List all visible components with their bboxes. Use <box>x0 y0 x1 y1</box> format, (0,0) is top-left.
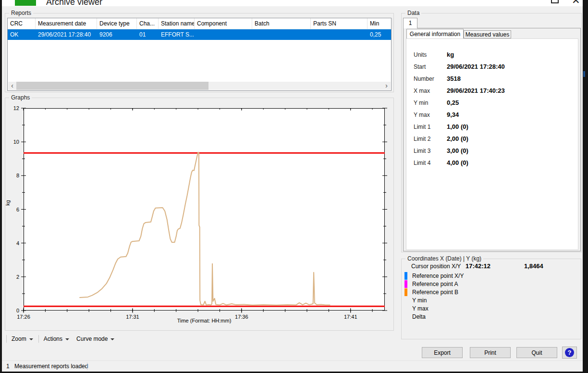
column-header[interactable]: CRC <box>8 18 36 29</box>
data-tab-page: General information Measured values Unit… <box>403 28 581 251</box>
graph-canvas[interactable]: 17:2617:3117:3617:41024681012 <box>24 108 385 311</box>
info-label: Limit 2 <box>414 136 430 142</box>
info-row: Y max9,34 <box>406 112 578 119</box>
scroll-left-icon[interactable]: ‹ <box>8 82 16 90</box>
coordinate-label: Y max <box>412 305 429 312</box>
scrollbar-thumb[interactable] <box>16 82 208 90</box>
info-label: X max <box>414 87 430 94</box>
info-value: kg <box>447 51 454 58</box>
cursor-position-y-value: 1,8464 <box>524 262 543 270</box>
info-label: Start <box>414 63 426 70</box>
coordinate-row: Reference point X/Y <box>402 272 581 280</box>
info-row: X max29/06/2021 17:40:23 <box>406 87 578 95</box>
info-row: Limit 33,00 (0) <box>406 148 578 155</box>
reports-table-header: CRCMeasurement dateDevice typeCha...Stat… <box>8 18 391 29</box>
info-row: Limit 11,00 (0) <box>406 124 578 131</box>
column-header[interactable]: Device type <box>97 18 137 29</box>
help-button[interactable]: ? <box>562 347 577 359</box>
coordinate-row: Y max <box>402 305 581 313</box>
reports-group: Reports CRCMeasurement dateDevice typeCh… <box>5 13 394 92</box>
x-axis-label: Time (Format: HH:mm) <box>24 318 385 323</box>
info-row: Number3518 <box>406 75 578 83</box>
data-group: Data 1 General information Measured valu… <box>401 13 582 252</box>
info-value: 29/06/2021 17:40:23 <box>447 87 505 94</box>
curve-mode-dropdown-button[interactable]: Curve mode <box>73 335 118 343</box>
column-header[interactable]: Parts SN <box>311 18 368 29</box>
chevron-down-icon <box>110 338 114 340</box>
general-information-panel: UnitskgStart29/06/2021 17:28:40Number351… <box>406 38 578 250</box>
table-cell: 29/06/2021 17:28:40 <box>36 29 97 40</box>
info-row: Limit 22,00 (0) <box>406 136 578 143</box>
status-count: 1 <box>6 363 10 370</box>
y-tick-label: 2 <box>16 274 19 280</box>
info-label: Limit 4 <box>414 160 430 166</box>
chevron-down-icon <box>65 338 69 340</box>
table-cell: 9206 <box>97 29 137 40</box>
y-axis-label: kg <box>5 200 11 206</box>
info-value: 1,00 (0) <box>447 123 468 130</box>
y-tick-label: 6 <box>16 207 19 212</box>
table-cell: OK <box>8 29 36 40</box>
scroll-right-icon[interactable]: › <box>382 82 391 90</box>
y-tick-label: 8 <box>16 173 19 178</box>
table-cell: EFFORT S... <box>159 29 195 40</box>
info-label: Number <box>414 75 434 82</box>
table-cell: 0,25 <box>368 29 393 40</box>
column-header[interactable]: Cha... <box>137 18 159 29</box>
actions-dropdown-button[interactable]: Actions <box>40 335 73 343</box>
maximize-icon[interactable] <box>551 0 559 3</box>
reports-table: CRCMeasurement dateDevice typeCha...Stat… <box>7 18 392 91</box>
print-button[interactable]: Print <box>470 347 511 358</box>
background-window-edge-left <box>0 0 2 373</box>
coordinate-row: Delta <box>402 313 581 321</box>
y-tick-label: 10 <box>13 139 19 145</box>
info-value: 3518 <box>447 75 461 82</box>
data-page-tab-1[interactable]: 1 <box>403 18 417 28</box>
background-window-edge-right <box>583 0 588 373</box>
chevron-down-icon <box>29 338 33 340</box>
info-label: Limit 1 <box>414 124 430 130</box>
column-header[interactable]: Batch <box>252 18 311 29</box>
table-cell <box>195 29 252 40</box>
info-value: 9,34 <box>447 111 459 118</box>
coordinate-label: Delta <box>412 313 426 320</box>
reference-marker-icon <box>404 272 407 280</box>
info-row: Start29/06/2021 17:28:40 <box>406 63 578 71</box>
y-tick-label: 12 <box>13 105 19 111</box>
info-value: 4,00 (0) <box>447 159 468 166</box>
toolbar-separator <box>6 335 7 343</box>
title-bar: Archive viewer ✕ <box>2 0 583 6</box>
tab-general-information[interactable]: General information <box>406 29 464 38</box>
table-cell <box>311 29 368 40</box>
horizontal-scrollbar[interactable]: ‹ › <box>8 82 391 90</box>
coordinate-label: Y min <box>412 297 427 304</box>
table-cell <box>252 29 311 40</box>
coordinate-label: Reference point A <box>412 281 458 287</box>
reference-marker-icon <box>404 288 407 296</box>
table-row[interactable]: OK29/06/2021 17:28:40920601EFFORT S...0,… <box>8 29 391 40</box>
column-header[interactable]: Measurement date <box>36 18 97 29</box>
plot-border <box>24 109 385 311</box>
cursor-position-label: Cursor position X/Y <box>411 263 461 270</box>
close-icon[interactable]: ✕ <box>572 0 580 6</box>
tab-measured-values[interactable]: Measured values <box>464 30 511 38</box>
export-button[interactable]: Export <box>422 347 463 358</box>
zoom-dropdown-button[interactable]: Zoom <box>8 335 37 343</box>
quit-button[interactable]: Quit <box>516 347 557 358</box>
column-header[interactable]: Component <box>195 18 252 29</box>
column-header[interactable]: Station name <box>159 18 195 29</box>
info-row: Y min0,25 <box>406 99 578 107</box>
info-label: Limit 3 <box>414 148 430 154</box>
column-header[interactable]: Min <box>368 18 393 29</box>
status-bar: 1 Measurement reports loaded <box>2 361 583 372</box>
actions-dropdown-label: Actions <box>44 336 62 342</box>
info-value: 3,00 (0) <box>447 147 468 154</box>
graph-toolbar: Zoom Actions Curve mode <box>5 334 118 344</box>
info-value: 2,00 (0) <box>447 135 468 142</box>
status-message: Measurement reports loaded <box>14 363 88 370</box>
coordinate-row: Reference point A <box>402 280 581 288</box>
cursor-position-x-value: 17:42:12 <box>466 262 490 270</box>
coordinates-group-label: Coordinates X (Date) | Y (kg) <box>405 255 483 262</box>
help-icon: ? <box>565 348 574 357</box>
coordinate-row: Y min <box>402 297 581 305</box>
